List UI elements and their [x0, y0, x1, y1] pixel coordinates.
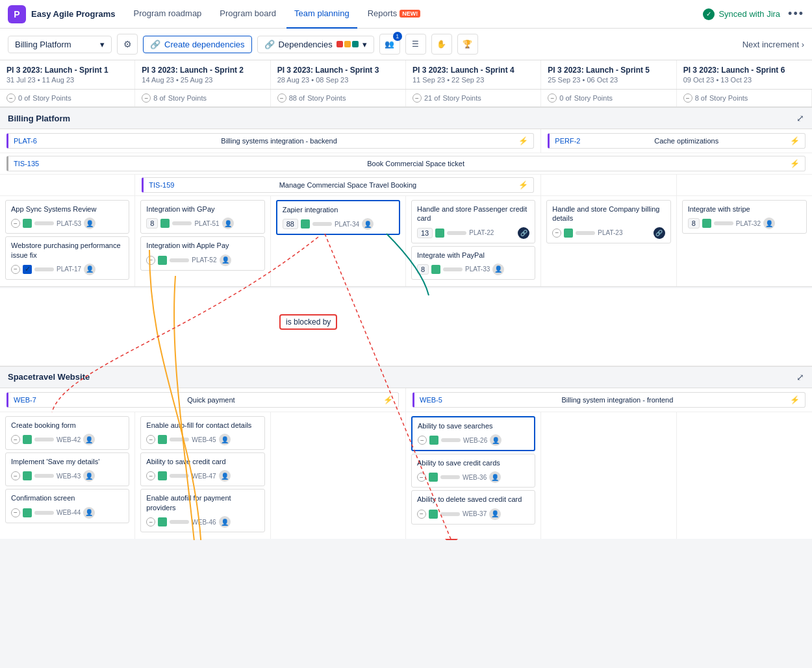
minus-btn-web37[interactable]: − — [417, 510, 426, 519]
minus-btn-web26[interactable]: − — [418, 436, 427, 445]
nav-item-program-board[interactable]: Program board — [212, 0, 284, 29]
card-web45[interactable]: Enable auto-fill for contact details − W… — [140, 416, 264, 450]
sprint-dates-6: 09 Oct 23 • 13 Oct 23 — [683, 76, 806, 84]
pts-label-2: Story Points — [168, 94, 207, 102]
pts-value-2: 8 of — [153, 94, 165, 102]
sprint-title-1: PI 3 2023: Launch - Sprint 1 — [6, 66, 128, 75]
card-plat22[interactable]: Handle and store Passenger credit card 1… — [411, 200, 535, 243]
web5-lightning-icon: ⚡ — [790, 395, 800, 404]
card-plat23[interactable]: Handle and store Company billing details… — [546, 200, 670, 243]
card-plat51[interactable]: Integration with GPay 8 PLAT-51 👤 — [140, 200, 264, 234]
gray-bar-web43 — [34, 474, 54, 478]
card-plat34[interactable]: Zapier integration 88 PLAT-34 👤 — [276, 200, 400, 235]
green-sq-web46 — [158, 517, 167, 526]
minus-btn-web36[interactable]: − — [417, 473, 426, 482]
card-plat52[interactable]: Integration with Apple Pay − PLAT-52 👤 — [140, 236, 264, 270]
next-increment-button[interactable]: Next increment › — [742, 40, 804, 49]
sprint-pts-3: − 88 of Story Points — [271, 90, 406, 106]
card-web44[interactable]: Confirmation screen − WEB-44 👤 — [5, 489, 129, 523]
expand-billing-icon[interactable]: ⤢ — [796, 113, 804, 123]
web7-id: WEB-7 — [14, 396, 36, 404]
minus-btn-plat53[interactable]: − — [11, 219, 20, 228]
card-web46[interactable]: Enable autofill for payment providers − … — [140, 489, 264, 532]
web5-epic[interactable]: WEB-5 Billing system integration - front… — [412, 392, 806, 408]
card-web45-id: WEB-45 — [192, 436, 216, 443]
more-button[interactable]: ••• — [788, 7, 804, 21]
minus-btn-web47[interactable]: − — [146, 471, 155, 480]
gray-bar-plat53 — [34, 221, 54, 225]
pts-value-5: 0 of — [559, 94, 571, 102]
team-selector[interactable]: Billing Platform ▾ — [8, 36, 112, 53]
expand-spacetravel-icon[interactable]: ⤢ — [796, 372, 804, 382]
minus-btn-web44[interactable]: − — [11, 508, 20, 517]
billing-epic-perf2[interactable]: PERF-2 Cache optimizations ⚡ — [548, 133, 806, 149]
nav-item-reports[interactable]: Reports NEW! — [360, 0, 429, 29]
gray-bar-plat23 — [576, 231, 595, 235]
create-dependencies-button[interactable]: 🔗 Create dependencies — [143, 36, 252, 53]
billing-sprint6-cards: Integrate with stripe 8 PLAT-32 👤 — [677, 196, 812, 286]
minus-icon-5[interactable]: − — [548, 93, 557, 103]
gray-bar-plat51 — [172, 221, 192, 225]
nav-item-program-roadmap[interactable]: Program roadmap — [126, 0, 210, 29]
hand-button[interactable]: ✋ — [431, 34, 452, 55]
minus-icon-4[interactable]: − — [412, 93, 422, 103]
synced-label: Synced with Jira — [718, 9, 780, 19]
nav-item-team-planning[interactable]: Team planning — [286, 0, 357, 29]
minus-icon-3[interactable]: − — [277, 93, 286, 103]
gray-bar-web36 — [440, 475, 460, 479]
minus-btn-web46[interactable]: − — [146, 517, 155, 526]
card-web44-id: WEB-44 — [57, 509, 81, 516]
card-plat53[interactable]: App Sync Systems Review − PLAT-53 👤 — [5, 200, 129, 234]
minus-icon-1[interactable]: − — [6, 93, 16, 103]
card-plat17-title: Webstore purchasing performance issue fi… — [11, 241, 123, 260]
tis135-card[interactable]: TIS-135 Book Commercial Space ticket ⚡ — [6, 156, 806, 171]
top-nav: P Easy Agile Programs Program roadmap Pr… — [0, 0, 812, 29]
card-web43[interactable]: Implement 'Save my details' − WEB-43 👤 — [5, 452, 129, 486]
synced-button[interactable]: ✓ Synced with Jira — [703, 8, 780, 20]
chain-icon: 🔗 — [264, 40, 275, 49]
billing-epic-plat6[interactable]: PLAT-6 Billing systems integration - bac… — [6, 133, 534, 149]
sprint-title-5: PI 3 2023: Launch - Sprint 5 — [548, 66, 669, 75]
minus-icon-2[interactable]: − — [142, 93, 151, 103]
avatar-plat32: 👤 — [763, 217, 775, 229]
sprint-dates-5: 25 Sep 23 • 06 Oct 23 — [548, 76, 669, 84]
perf2-id: PERF-2 — [555, 137, 580, 145]
minus-btn-web43[interactable]: − — [11, 471, 20, 480]
card-web47[interactable]: Ability to save credit card − WEB-47 👤 — [140, 452, 264, 486]
dependency-spacer: is blocked by — [0, 288, 812, 366]
card-plat33-id: PLAT-33 — [465, 266, 490, 273]
minus-btn-plat23[interactable]: − — [552, 229, 561, 238]
card-web43-footer: − WEB-43 👤 — [11, 470, 123, 482]
trophy-button[interactable]: 🏆 — [457, 34, 478, 55]
minus-btn-plat52[interactable]: − — [146, 256, 155, 265]
filter-button[interactable]: ⚙ — [117, 34, 138, 55]
app-container: P Easy Agile Programs Program roadmap Pr… — [0, 0, 812, 540]
tis159-card[interactable]: TIS-159 Manage Commercial Space Travel B… — [142, 177, 534, 193]
card-plat17[interactable]: Webstore purchasing performance issue fi… — [5, 236, 129, 280]
card-web26[interactable]: Ability to save searches − WEB-26 👤 — [411, 416, 535, 451]
minus-btn-web45[interactable]: − — [146, 435, 155, 444]
card-web36[interactable]: Ability to save credit cards − WEB-36 👤 — [411, 454, 535, 488]
gray-bar-web42 — [34, 438, 54, 441]
card-plat23-id: PLAT-23 — [598, 229, 622, 236]
list-button[interactable]: ☰ — [405, 34, 426, 55]
card-web37[interactable]: Ability to delete saved credit card − WE… — [411, 490, 535, 524]
sprint-pts-4: − 21 of Story Points — [406, 90, 541, 106]
card-plat33[interactable]: Integrate with PayPal 8 PLAT-33 👤 — [411, 246, 535, 280]
dep-colors — [336, 41, 359, 47]
minus-btn-plat17[interactable]: − — [11, 265, 20, 274]
st-sprint1-cards: Create booking form − WEB-42 👤 Implement… — [0, 412, 135, 539]
web7-epic[interactable]: WEB-7 Quick payment ⚡ — [6, 392, 399, 408]
people-button[interactable]: 👥 1 — [379, 34, 400, 55]
plat6-lightning-icon: ⚡ — [518, 136, 528, 145]
card-plat32[interactable]: Integrate with stripe 8 PLAT-32 👤 — [682, 200, 807, 234]
dependencies-button[interactable]: 🔗 Dependencies ▾ — [257, 36, 374, 53]
card-web42[interactable]: Create booking form − WEB-42 👤 — [5, 416, 129, 450]
card-web46-id: WEB-46 — [192, 519, 216, 526]
st-sprint6-cards — [677, 412, 812, 539]
pts-label-1: Story Points — [32, 94, 71, 102]
minus-btn-web42[interactable]: − — [11, 435, 20, 444]
minus-icon-6[interactable]: − — [683, 93, 692, 103]
sync-check-icon: ✓ — [703, 8, 715, 20]
billing-sprint1-cards: App Sync Systems Review − PLAT-53 👤 Webs… — [0, 196, 135, 286]
